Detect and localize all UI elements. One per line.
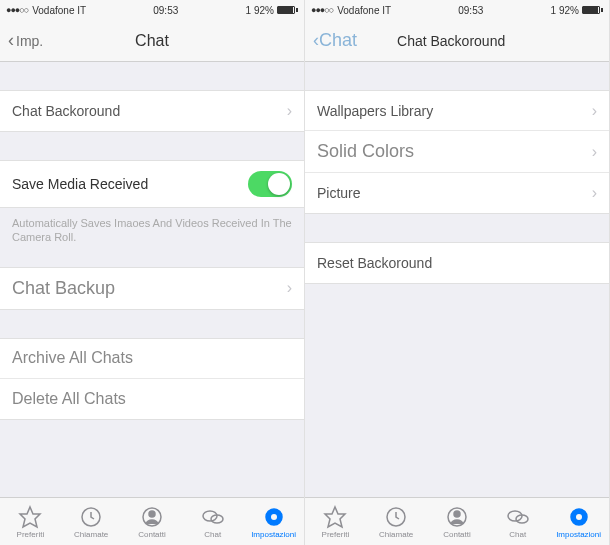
carrier-text: Vodafone IT (32, 5, 86, 16)
tab-favorites[interactable]: Preferiti (0, 498, 61, 545)
content-area: Chat Backoround › Save Media Received Au… (0, 62, 304, 497)
svg-point-3 (149, 511, 155, 517)
battery-text: 92% (254, 5, 274, 16)
gear-icon (262, 505, 286, 529)
row-label: Chat Backup (12, 278, 115, 299)
chevron-right-icon: › (287, 102, 292, 120)
tab-calls[interactable]: Chiamate (61, 498, 122, 545)
clock-icon (79, 505, 103, 529)
status-bar: ●●●○○ Vodafone IT 09:53 1 92% (0, 0, 304, 20)
chevron-right-icon: › (592, 184, 597, 202)
chevron-right-icon: › (592, 143, 597, 161)
row-label: Delete All Chats (12, 390, 126, 408)
row-picture[interactable]: Picture › (305, 173, 609, 213)
row-label: Wallpapers Library (317, 103, 433, 119)
toggle-save-media[interactable] (248, 171, 292, 197)
svg-marker-0 (20, 507, 40, 527)
tab-contacts[interactable]: Contatti (122, 498, 183, 545)
row-wallpapers[interactable]: Wallpapers Library › (305, 91, 609, 131)
row-reset-background[interactable]: Reset Backoround (305, 243, 609, 283)
contact-icon (140, 505, 164, 529)
tab-bar: Preferiti Chiamate Contatti Chat Imposta… (0, 497, 304, 545)
row-archive-all[interactable]: Archive All Chats (0, 339, 304, 379)
chevron-left-icon: ‹ (8, 30, 14, 51)
row-label: Solid Colors (317, 141, 414, 162)
back-button[interactable]: ‹ Imp. (8, 30, 43, 51)
chevron-right-icon: › (592, 102, 597, 120)
row-chat-backup[interactable]: Chat Backup › (0, 268, 304, 309)
row-label: Archive All Chats (12, 349, 133, 367)
nav-title: Chat Backoround (397, 33, 505, 49)
battery-prefix: 1 (550, 5, 556, 16)
chevron-right-icon: › (287, 279, 292, 297)
nav-bar: ‹ Chat Chat Backoround (305, 20, 609, 62)
content-area: Wallpapers Library › Solid Colors › Pict… (305, 62, 609, 497)
row-chat-background[interactable]: Chat Backoround › (0, 91, 304, 131)
row-label: Reset Backoround (317, 255, 432, 271)
tab-chat[interactable]: Chat (487, 498, 548, 545)
chat-icon (506, 505, 530, 529)
nav-title: Chat (135, 32, 169, 50)
star-icon (18, 505, 42, 529)
signal-icon: ●●●○○ (311, 5, 333, 15)
save-media-description: Automatically Saves Imaoes And Videos Re… (0, 208, 304, 253)
row-solid-colors[interactable]: Solid Colors › (305, 131, 609, 173)
battery-text: 92% (559, 5, 579, 16)
svg-marker-8 (325, 507, 345, 527)
svg-point-11 (454, 511, 460, 517)
battery-icon (582, 6, 603, 14)
tab-settings[interactable]: Impostazioni (243, 498, 304, 545)
row-label: Save Media Received (12, 176, 148, 192)
tab-settings[interactable]: Impostazioni (548, 498, 609, 545)
status-bar: ●●●○○ Vodafone IT 09:53 1 92% (305, 0, 609, 20)
tab-chat[interactable]: Chat (182, 498, 243, 545)
status-time: 09:53 (153, 5, 178, 16)
row-label: Chat Backoround (12, 103, 120, 119)
clock-icon (384, 505, 408, 529)
signal-icon: ●●●○○ (6, 5, 28, 15)
carrier-text: Vodafone IT (337, 5, 391, 16)
row-save-media[interactable]: Save Media Received (0, 161, 304, 207)
gear-icon (567, 505, 591, 529)
back-label: Chat (319, 30, 357, 51)
tab-calls[interactable]: Chiamate (366, 498, 427, 545)
battery-prefix: 1 (245, 5, 251, 16)
chat-icon (201, 505, 225, 529)
row-delete-all[interactable]: Delete All Chats (0, 379, 304, 419)
tab-bar: Preferiti Chiamate Contatti Chat Imposta… (305, 497, 609, 545)
svg-point-7 (271, 514, 277, 520)
phone-left: ●●●○○ Vodafone IT 09:53 1 92% ‹ Imp. Cha… (0, 0, 305, 545)
back-button[interactable]: ‹ Chat (313, 30, 357, 51)
tab-contacts[interactable]: Contatti (427, 498, 488, 545)
svg-point-15 (576, 514, 582, 520)
tab-favorites[interactable]: Preferiti (305, 498, 366, 545)
status-time: 09:53 (458, 5, 483, 16)
nav-bar: ‹ Imp. Chat (0, 20, 304, 62)
contact-icon (445, 505, 469, 529)
star-icon (323, 505, 347, 529)
back-label: Imp. (16, 33, 43, 49)
phone-right: ●●●○○ Vodafone IT 09:53 1 92% ‹ Chat Cha… (305, 0, 610, 545)
battery-icon (277, 6, 298, 14)
row-label: Picture (317, 185, 361, 201)
